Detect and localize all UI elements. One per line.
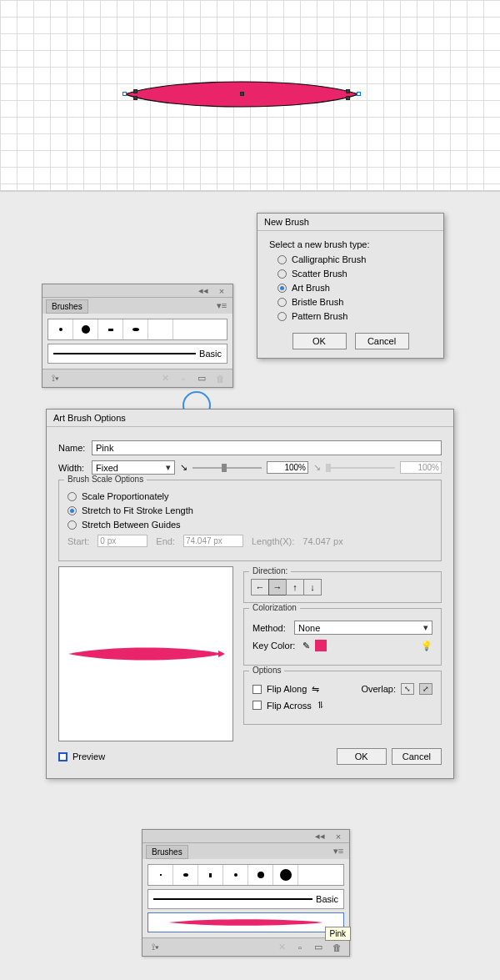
bezier-handle-e2[interactable] [346, 96, 350, 100]
bezier-handle-e1[interactable] [346, 89, 350, 93]
anchor-east[interactable] [357, 92, 361, 96]
anchor-west[interactable] [122, 92, 127, 96]
bezier-handle-w2[interactable] [133, 96, 138, 100]
selected-artwork[interactable] [125, 73, 358, 115]
center-point[interactable] [240, 92, 244, 96]
bezier-handle-w1[interactable] [133, 89, 138, 93]
canvas-grid[interactable] [0, 0, 500, 192]
